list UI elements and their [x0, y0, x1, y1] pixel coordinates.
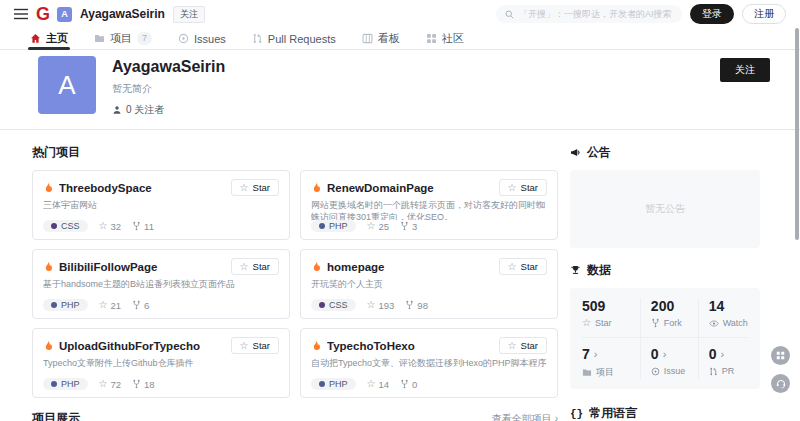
flame-icon: [43, 261, 54, 273]
flame-icon: [43, 340, 54, 352]
star-icon: ☆: [508, 183, 517, 193]
tab-issues[interactable]: Issues: [178, 28, 226, 49]
eye-icon: [709, 319, 719, 328]
stat-issues[interactable]: 0› Issue: [640, 337, 698, 379]
right-sidebar: 公告 暂无公告 数据 509 ☆Star 200 Fork 14 Watch: [570, 130, 760, 421]
fork-icon: [400, 379, 409, 389]
megaphone-icon: [570, 147, 581, 158]
star-icon: ☆: [367, 221, 376, 231]
profile-avatar[interactable]: A: [38, 56, 96, 114]
floating-buttons: [771, 346, 790, 393]
language-pill[interactable]: PHP: [43, 299, 88, 311]
feedback-floating-button[interactable]: [771, 346, 790, 365]
community-grid-icon: [426, 33, 437, 44]
star-button[interactable]: ☆Star: [499, 258, 547, 275]
language-dot: [51, 302, 57, 308]
scrollbar-track[interactable]: [794, 0, 800, 421]
projects-count-badge: 7: [137, 32, 152, 45]
fork-count[interactable]: 11: [132, 221, 154, 232]
followers-row[interactable]: 0 关注者: [112, 103, 225, 117]
star-count[interactable]: ☆21: [99, 300, 122, 311]
star-button[interactable]: ☆Star: [231, 337, 279, 354]
project-description: 开玩笑的个人主页: [311, 279, 547, 299]
project-name[interactable]: UploadGithubForTypecho: [59, 340, 226, 352]
language-pill[interactable]: CSS: [43, 220, 88, 232]
language-pill[interactable]: PHP: [311, 220, 356, 232]
project-card[interactable]: BilibiliFollowPage ☆Star 基于handsome主题的B站…: [32, 249, 290, 319]
star-count[interactable]: ☆32: [99, 221, 122, 232]
star-icon: ☆: [508, 262, 517, 272]
project-name[interactable]: BilibiliFollowPage: [59, 261, 226, 273]
fork-count[interactable]: 0: [400, 379, 417, 390]
project-card[interactable]: UploadGithubForTypecho ☆Star Typecho文章附件…: [32, 328, 290, 398]
avatar[interactable]: A: [57, 7, 72, 22]
star-button[interactable]: ☆Star: [231, 179, 279, 196]
language-dot: [51, 223, 57, 229]
language-dot: [319, 381, 325, 387]
star-count[interactable]: ☆193: [367, 300, 395, 311]
project-card[interactable]: ThreebodySpace ☆Star 三体宇宙网站 CSS ☆32 11: [32, 170, 290, 240]
language-pill[interactable]: PHP: [43, 378, 88, 390]
follow-button[interactable]: 关注: [720, 58, 770, 82]
project-name[interactable]: homepage: [327, 261, 494, 273]
flame-icon: [311, 340, 322, 352]
tab-projects[interactable]: 项目 7: [94, 28, 152, 49]
stat-star[interactable]: 509 ☆Star: [582, 298, 640, 337]
issues-icon: [178, 33, 189, 44]
login-button[interactable]: 登录: [690, 4, 734, 24]
star-icon: ☆: [99, 221, 108, 231]
stat-fork[interactable]: 200 Fork: [640, 298, 698, 337]
language-dot: [319, 223, 325, 229]
language-pill[interactable]: CSS: [311, 299, 356, 311]
announcement-title-row: 公告: [570, 144, 760, 161]
stat-watch[interactable]: 14 Watch: [698, 298, 748, 337]
fork-count[interactable]: 6: [132, 300, 149, 311]
trophy-icon: [570, 265, 581, 276]
project-card[interactable]: TypechoToHexo ☆Star 自动把Typecho文章、评论数据迁移到…: [300, 328, 558, 398]
star-icon: ☆: [99, 300, 108, 310]
announcement-empty-box: 暂无公告: [570, 170, 760, 248]
header-user-name: AyagawaSeirin: [80, 7, 165, 21]
tab-board[interactable]: 看板: [362, 28, 400, 49]
fork-count[interactable]: 98: [405, 300, 428, 311]
tab-pull-requests[interactable]: Pull Requests: [252, 28, 336, 49]
language-pill[interactable]: PHP: [311, 378, 356, 390]
showcase-header: 项目展示 查看全部项目›: [32, 410, 558, 421]
project-description: 自动把Typecho文章、评论数据迁移到Hexo的PHP脚本程序: [311, 358, 547, 378]
project-name[interactable]: RenewDomainPage: [327, 182, 494, 194]
project-card[interactable]: homepage ☆Star 开玩笑的个人主页 CSS ☆193 98: [300, 249, 558, 319]
search-input[interactable]: [519, 9, 673, 19]
tab-home[interactable]: 主页: [30, 28, 68, 49]
register-button[interactable]: 注册: [742, 4, 786, 24]
project-name[interactable]: ThreebodySpace: [59, 182, 226, 194]
profile-header: A AyagawaSeirin 暂无简介 0 关注者 关注: [0, 50, 800, 130]
star-count[interactable]: ☆72: [99, 379, 122, 390]
star-button[interactable]: ☆Star: [231, 258, 279, 275]
star-icon: ☆: [367, 300, 376, 310]
stat-prs[interactable]: 0› PR: [698, 337, 748, 379]
project-description: Typecho文章附件上传Github仓库插件: [43, 358, 279, 378]
fork-icon: [132, 221, 141, 231]
fork-count[interactable]: 3: [400, 221, 417, 232]
showcase-title: 项目展示: [32, 410, 80, 421]
hamburger-menu-icon[interactable]: [14, 8, 28, 20]
gitee-logo[interactable]: G: [36, 5, 49, 23]
tab-community[interactable]: 社区: [426, 28, 464, 49]
top-bar: G A AyagawaSeirin 关注 登录 注册: [0, 0, 800, 28]
customer-service-floating-button[interactable]: [771, 374, 790, 393]
project-card[interactable]: RenewDomainPage ☆Star 网站更换域名时的一个跳转提示页面，对…: [300, 170, 558, 240]
flame-icon: [311, 261, 322, 273]
search-box[interactable]: [496, 5, 682, 23]
star-button[interactable]: ☆Star: [499, 337, 547, 354]
view-all-projects-link[interactable]: 查看全部项目›: [492, 412, 558, 421]
chevron-right-icon: ›: [720, 348, 724, 360]
star-count[interactable]: ☆25: [367, 221, 390, 232]
issues-icon: [651, 367, 660, 376]
fork-count[interactable]: 18: [132, 379, 155, 390]
header-follow-chip[interactable]: 关注: [173, 6, 205, 23]
stat-projects[interactable]: 7› 项目: [582, 337, 640, 379]
star-count[interactable]: ☆14: [367, 379, 390, 390]
project-name[interactable]: TypechoToHexo: [327, 340, 494, 352]
star-button[interactable]: ☆Star: [499, 179, 547, 196]
scrollbar-thumb[interactable]: [795, 28, 799, 240]
